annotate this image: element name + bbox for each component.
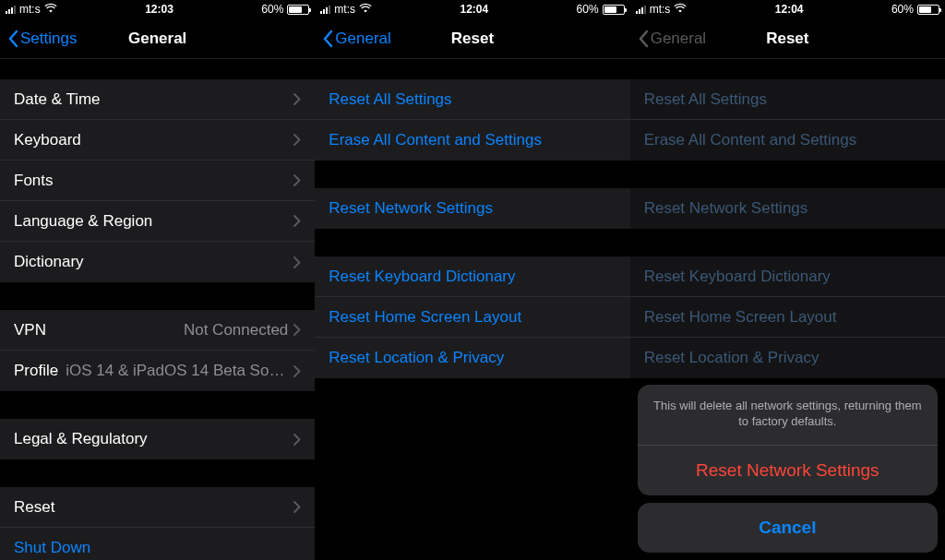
row-label: Fonts [14,172,54,190]
row-reset-network-settings: Reset Network Settings [630,188,945,229]
row-label: Reset Location & Privacy [329,349,504,367]
row-erase-all-content[interactable]: Erase All Content and Settings [315,120,629,161]
row-reset-location-privacy: Reset Location & Privacy [630,338,945,378]
row-vpn[interactable]: VPN Not Connected [0,310,315,351]
chevron-right-icon [293,324,301,336]
row-reset-keyboard-dictionary[interactable]: Reset Keyboard Dictionary [315,256,629,297]
row-reset-home-screen[interactable]: Reset Home Screen Layout [315,297,629,338]
row-label: Reset All Settings [644,90,767,109]
battery-icon [603,5,625,15]
action-sheet-message: This will delete all network settings, r… [638,385,938,446]
status-bar: mt:s 12:03 60% [0,0,315,18]
back-button[interactable]: General [322,30,390,48]
battery-percent: 60% [577,3,599,16]
action-sheet-destructive-button[interactable]: Reset Network Settings [638,446,938,495]
row-legal[interactable]: Legal & Regulatory [0,419,315,459]
row-label: Reset Keyboard Dictionary [329,268,515,286]
row-detail: iOS 14 & iPadOS 14 Beta Softwar... [66,362,288,380]
row-date-time[interactable]: Date & Time [0,79,315,120]
row-label: VPN [14,321,46,340]
wifi-icon [674,3,687,17]
row-reset-network-settings[interactable]: Reset Network Settings [315,188,629,229]
row-label: Dictionary [14,253,84,271]
back-label: Settings [20,30,77,48]
nav-bar: General Reset [315,18,629,59]
row-label: Reset All Settings [329,90,451,109]
row-reset-all-settings: Reset All Settings [630,79,945,120]
row-detail: Not Connected [184,321,288,340]
chevron-left-icon [7,30,18,48]
group-reset-3: Reset Keyboard Dictionary Reset Home Scr… [630,256,945,378]
back-label: General [651,30,706,48]
back-label: General [335,30,390,48]
clock: 12:03 [145,3,173,16]
group-reset-1: Reset All Settings Erase All Content and… [315,79,629,161]
row-label: Shut Down [14,539,90,557]
chevron-right-icon [293,174,301,186]
page-title: General [128,30,186,48]
group-reset-2: Reset Network Settings [630,188,945,229]
carrier-label: mt:s [650,3,671,16]
row-label: Legal & Regulatory [14,430,148,448]
row-shutdown[interactable]: Shut Down [0,528,315,560]
row-reset-all-settings[interactable]: Reset All Settings [315,79,629,120]
chevron-right-icon [293,256,301,268]
chevron-right-icon [293,365,301,377]
row-reset-location-privacy[interactable]: Reset Location & Privacy [315,338,629,378]
row-label: Language & Region [14,212,152,231]
battery-percent: 60% [261,3,283,16]
screen-reset: mt:s 12:04 60% General Reset Reset All S… [315,0,629,560]
signal-icon [6,5,16,14]
wifi-icon [359,3,372,17]
status-bar: mt:s 12:04 60% [630,0,945,18]
action-sheet: This will delete all network settings, r… [638,385,938,553]
back-button: General [638,30,706,48]
wifi-icon [44,3,57,17]
row-label: Reset Keyboard Dictionary [644,268,831,286]
group-system: Date & Time Keyboard Fonts Language & Re… [0,79,315,282]
chevron-right-icon [293,134,301,146]
row-label: Date & Time [14,90,101,109]
row-dictionary[interactable]: Dictionary [0,242,315,282]
clock: 12:04 [775,3,804,16]
chevron-left-icon [322,30,333,48]
screen-general: mt:s 12:03 60% Settings General Date & T… [0,0,315,560]
action-sheet-cancel-button[interactable]: Cancel [638,503,938,553]
row-reset-keyboard-dictionary: Reset Keyboard Dictionary [630,256,945,297]
row-label: Erase All Content and Settings [644,131,857,149]
row-label: Reset Home Screen Layout [329,308,521,327]
battery-percent: 60% [891,3,914,16]
row-label: Reset [14,498,54,517]
chevron-right-icon [293,501,301,513]
chevron-left-icon [638,30,649,48]
row-reset-home-screen: Reset Home Screen Layout [630,297,945,338]
row-profile[interactable]: Profile iOS 14 & iPadOS 14 Beta Softwar.… [0,351,315,391]
screen-reset-confirm: mt:s 12:04 60% General Reset Reset All S… [630,0,945,560]
chevron-right-icon [293,93,301,105]
group-reset-shutdown: Reset Shut Down [0,487,315,560]
signal-icon [320,5,330,14]
row-label: Reset Home Screen Layout [644,308,837,327]
row-label: Keyboard [14,131,81,149]
chevron-right-icon [293,434,301,446]
row-keyboard[interactable]: Keyboard [0,120,315,161]
group-vpn-profile: VPN Not Connected Profile iOS 14 & iPadO… [0,310,315,391]
battery-icon [287,5,309,15]
row-erase-all-content: Erase All Content and Settings [630,120,945,161]
row-label: Erase All Content and Settings [329,131,542,149]
page-title: Reset [451,30,494,48]
page-title: Reset [766,30,808,48]
chevron-right-icon [293,215,301,227]
carrier-label: mt:s [19,3,41,16]
row-label: Reset Network Settings [644,199,808,218]
group-reset-1: Reset All Settings Erase All Content and… [630,79,945,161]
row-label: Reset Network Settings [329,199,493,218]
row-label: Reset Location & Privacy [644,349,819,367]
row-label: Profile [14,362,58,380]
row-language-region[interactable]: Language & Region [0,201,315,242]
row-reset[interactable]: Reset [0,487,315,528]
row-fonts[interactable]: Fonts [0,161,315,201]
nav-bar: General Reset [630,18,945,59]
group-reset-2: Reset Network Settings [315,188,629,229]
back-button[interactable]: Settings [7,30,77,48]
